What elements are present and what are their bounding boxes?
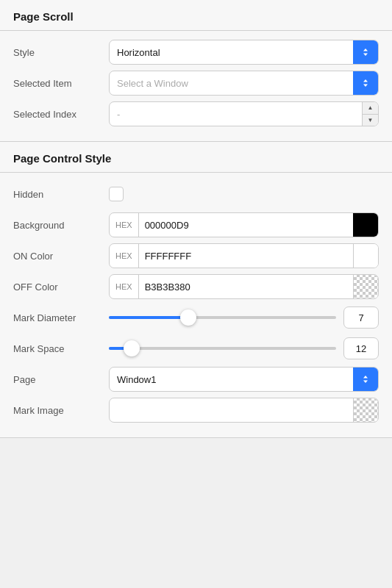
selected-item-control: Select a Window	[109, 71, 379, 96]
page-control-style-body: Hidden Background HEX 000000D9 ON Color …	[0, 173, 392, 438]
mark-diameter-label: Mark Diameter	[13, 312, 109, 323]
on-color-hex-value: FFFFFFFF	[139, 251, 353, 262]
selected-index-row: Selected Index - ▲ ▼	[13, 100, 379, 128]
on-color-row: ON Color HEX FFFFFFFF	[13, 242, 379, 270]
off-color-control: HEX B3B3B380	[109, 274, 379, 299]
selected-item-label: Selected Item	[13, 78, 109, 89]
chevron-updown-icon-3	[360, 374, 371, 384]
style-control: Horizontal	[109, 40, 379, 65]
off-color-swatch[interactable]	[353, 274, 378, 299]
mark-space-control: 12	[109, 337, 379, 359]
hidden-checkbox[interactable]	[109, 187, 124, 201]
mark-space-row: Mark Space 12	[13, 334, 379, 362]
on-color-hex-label: HEX	[110, 244, 139, 268]
style-row: Style Horizontal	[13, 38, 379, 66]
on-color-color-control[interactable]: HEX FFFFFFFF	[109, 243, 379, 268]
page-scroll-header: Page Scroll	[0, 0, 392, 31]
off-color-hex-label: HEX	[110, 275, 139, 298]
selected-item-row: Selected Item Select a Window	[13, 69, 379, 97]
chevron-updown-icon-2	[360, 78, 371, 88]
background-control: HEX 000000D9	[109, 212, 379, 237]
off-color-label: OFF Color	[13, 282, 109, 293]
hidden-label: Hidden	[13, 189, 109, 200]
background-swatch[interactable]	[353, 212, 378, 237]
on-color-swatch[interactable]	[353, 243, 378, 268]
page-dropdown[interactable]: Window1	[109, 367, 379, 392]
mark-space-value[interactable]: 12	[343, 337, 379, 359]
selected-index-input[interactable]: - ▲ ▼	[109, 101, 379, 126]
background-hex-label: HEX	[110, 213, 139, 237]
mark-space-thumb[interactable]	[124, 340, 140, 356]
mark-diameter-control: 7	[109, 306, 379, 329]
page-row: Page Window1	[13, 365, 379, 393]
mark-image-input[interactable]	[109, 398, 379, 423]
style-label: Style	[13, 47, 109, 58]
mark-diameter-fill	[109, 316, 188, 319]
off-color-hex-value: B3B3B380	[139, 282, 353, 293]
mark-space-label: Mark Space	[13, 343, 109, 354]
background-label: Background	[13, 220, 109, 231]
off-color-color-control[interactable]: HEX B3B3B380	[109, 274, 379, 299]
chevron-updown-icon	[360, 47, 371, 57]
panel: Page Scroll Style Horizontal Selected It…	[0, 0, 392, 438]
background-row: Background HEX 000000D9	[13, 211, 379, 239]
off-color-row: OFF Color HEX B3B3B380	[13, 273, 379, 301]
index-arrows: ▲ ▼	[362, 101, 378, 126]
mark-space-track[interactable]	[109, 347, 336, 350]
style-dropdown[interactable]: Horizontal	[109, 40, 379, 65]
on-color-control: HEX FFFFFFFF	[109, 243, 379, 268]
page-control-style-title: Page Control Style	[13, 152, 111, 165]
selected-item-dropdown[interactable]: Select a Window	[109, 71, 379, 96]
index-down-button[interactable]: ▼	[363, 115, 378, 127]
mark-image-control	[109, 398, 379, 423]
index-up-button[interactable]: ▲	[363, 101, 378, 115]
mark-image-row: Mark Image	[13, 396, 379, 424]
page-dropdown-value: Window1	[110, 374, 353, 385]
selected-index-control: - ▲ ▼	[109, 101, 379, 126]
on-color-label: ON Color	[13, 251, 109, 262]
hidden-row: Hidden	[13, 180, 379, 208]
style-dropdown-arrow[interactable]	[353, 40, 378, 65]
style-dropdown-value: Horizontal	[110, 47, 353, 58]
mark-diameter-row: Mark Diameter 7	[13, 304, 379, 331]
selected-item-arrow[interactable]	[353, 71, 378, 96]
selected-index-value: -	[110, 109, 362, 120]
page-label: Page	[13, 374, 109, 385]
mark-diameter-value[interactable]: 7	[343, 306, 379, 329]
hidden-control	[109, 187, 379, 201]
page-scroll-body: Style Horizontal Selected Item Select a …	[0, 31, 392, 142]
background-hex-value: 000000D9	[139, 220, 353, 231]
selected-index-label: Selected Index	[13, 109, 109, 120]
background-color-control[interactable]: HEX 000000D9	[109, 212, 379, 237]
page-dropdown-arrow[interactable]	[353, 367, 378, 392]
page-control: Window1	[109, 367, 379, 392]
mark-space-slider-row: 12	[109, 337, 379, 359]
mark-diameter-slider-row: 7	[109, 306, 379, 329]
page-scroll-title: Page Scroll	[13, 10, 74, 23]
mark-image-label: Mark Image	[13, 405, 109, 416]
page-control-style-header: Page Control Style	[0, 142, 392, 173]
mark-diameter-thumb[interactable]	[180, 309, 196, 326]
selected-item-placeholder: Select a Window	[110, 78, 353, 89]
mark-diameter-track[interactable]	[109, 316, 336, 319]
mark-image-swatch	[353, 398, 378, 423]
